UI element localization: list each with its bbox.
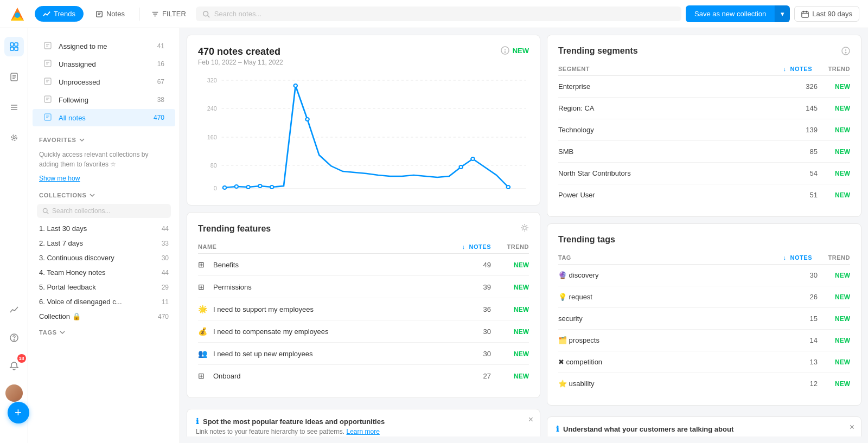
sidebar-item-unassigned[interactable]: Unassigned 16	[33, 55, 175, 73]
divider	[139, 8, 139, 21]
segment-row[interactable]: Enterprise 326 NEW	[558, 76, 850, 98]
sparkle-icon-btn[interactable]	[4, 128, 24, 147]
note-icon-btn[interactable]	[4, 67, 24, 87]
feature-row-count: 39	[448, 283, 491, 291]
save-collection-button[interactable]: Save as new collection	[686, 5, 775, 22]
tag-row[interactable]: 💡 request 26 NEW	[558, 286, 850, 308]
collections-label: COLLECTIONS	[39, 192, 87, 198]
toast-tags-link[interactable]: Learn more	[705, 435, 738, 436]
svg-point-29	[14, 339, 14, 340]
feature-row[interactable]: 🌟 I need to support my employees 36 NEW	[198, 298, 529, 320]
list-icon-btn[interactable]	[4, 98, 24, 117]
svg-point-67	[459, 165, 463, 169]
feature-row[interactable]: ⊞ Onboard 27 NEW	[198, 365, 529, 387]
notification-badge-wrapper: 18	[4, 356, 24, 376]
col-notes-header[interactable]: ↓ NOTES	[448, 243, 491, 250]
segment-row[interactable]: SMB 85 NEW	[558, 141, 850, 163]
feature-row-name: I need to support my employees	[213, 305, 448, 313]
tag-row[interactable]: 🗂️ prospects 14 NEW	[558, 330, 850, 351]
feature-row[interactable]: 👥 I need to set up new employees 30 NEW	[198, 343, 529, 365]
collection-item[interactable]: 5. Portal feedback29	[28, 280, 180, 294]
col-tag-trend-header: TREND	[812, 254, 850, 261]
segment-row-trend: NEW	[818, 126, 850, 134]
toast-features-body-text: Link notes to your feature hierarchy to …	[196, 428, 344, 435]
feature-row-icon: ⊞	[198, 281, 209, 292]
feature-row-trend: NEW	[491, 305, 529, 313]
feature-row-count: 30	[448, 328, 491, 336]
save-dropdown-arrow[interactable]: ▾	[775, 5, 790, 22]
segment-row-name: North Star Contributors	[558, 169, 774, 177]
all-notes-label: All notes	[59, 114, 154, 122]
col-segment-trend-header: TREND	[812, 66, 850, 72]
collection-item-count: 29	[162, 284, 169, 291]
svg-rect-30	[44, 42, 51, 49]
collection-item[interactable]: Collection 🔒470	[28, 309, 180, 324]
show-me-how-link[interactable]: Show me how	[28, 174, 180, 187]
sidebar-item-unprocessed[interactable]: Unprocessed 67	[33, 73, 175, 91]
sidebar-item-following[interactable]: Following 38	[33, 91, 175, 108]
question-icon-btn[interactable]	[4, 328, 24, 348]
collection-item[interactable]: 6. Voice of disengaged c...11	[28, 294, 180, 309]
gear-icon[interactable]	[520, 223, 529, 234]
sidebar-item-assigned[interactable]: Assigned to me 41	[33, 37, 175, 55]
notes-tab[interactable]: Notes	[88, 7, 132, 21]
collection-item-count: 30	[162, 254, 169, 262]
toast-close-tags[interactable]: ×	[850, 422, 854, 432]
collection-item[interactable]: 3. Continuous discovery30	[28, 251, 180, 265]
tag-row[interactable]: ⭐ usability 12 NEW	[558, 373, 850, 394]
feature-row[interactable]: ⊞ Permissions 39 NEW	[198, 276, 529, 298]
tags-section-header[interactable]: TAGS	[28, 324, 180, 338]
feature-row-count: 27	[448, 372, 491, 380]
collection-item-count: 44	[162, 225, 169, 233]
col-segment-notes-header[interactable]: ↓ NOTES	[769, 66, 812, 72]
filter-button[interactable]: FILTER	[146, 7, 192, 21]
board-icon-btn[interactable]	[4, 37, 24, 56]
segment-row-count: 51	[774, 191, 818, 199]
svg-point-27	[13, 137, 15, 139]
svg-point-68	[471, 157, 475, 160]
svg-point-70	[523, 226, 526, 229]
col-tag-notes-header[interactable]: ↓ NOTES	[769, 254, 812, 261]
analytics-icon-btn[interactable]	[4, 300, 24, 319]
feature-row-icon: 💰	[198, 326, 209, 337]
feature-row[interactable]: 💰 I need to compensate my employees 30 N…	[198, 320, 529, 343]
sidebar-item-all-notes[interactable]: All notes 470	[33, 109, 175, 126]
segment-row[interactable]: North Star Contributors 54 NEW	[558, 163, 850, 184]
search-placeholder: Search notes...	[214, 10, 261, 18]
search-bar[interactable]: Search notes...	[196, 7, 681, 21]
collection-item[interactable]: 4. Team Honey notes44	[28, 265, 180, 280]
svg-rect-11	[802, 11, 808, 17]
segments-rows: Enterprise 326 NEW Region: CA 145 NEW Te…	[558, 76, 850, 206]
trends-tab[interactable]: Trends	[35, 6, 84, 22]
col-tag-header: TAG	[558, 254, 769, 261]
tags-label: TAGS	[39, 329, 57, 336]
collections-section-header[interactable]: COLLECTIONS	[28, 187, 180, 201]
tag-row[interactable]: ✖ competition 13 NEW	[558, 351, 850, 373]
date-range-button[interactable]: Last 90 days	[794, 6, 859, 22]
segment-row-trend: NEW	[818, 169, 850, 177]
segment-row[interactable]: Power User 51 NEW	[558, 184, 850, 206]
segments-info-icon[interactable]	[841, 47, 850, 55]
collection-search[interactable]: Search collections...	[37, 204, 171, 218]
unassigned-icon	[43, 59, 53, 69]
user-avatar[interactable]	[5, 384, 23, 402]
chart-area: 320 240 160 80 0	[198, 75, 529, 194]
favorites-section-header[interactable]: FAVORITES	[28, 131, 180, 145]
toast-close-features[interactable]: ×	[528, 415, 533, 425]
tag-row[interactable]: security 15 NEW	[558, 308, 850, 330]
fab-add-button[interactable]: +	[8, 402, 29, 423]
segment-row[interactable]: Region: CA 145 NEW	[558, 98, 850, 119]
segment-row-count: 326	[774, 82, 818, 91]
tags-rows: 🔮 discovery 30 NEW 💡 request 26 NEW secu…	[558, 265, 850, 394]
tag-row[interactable]: 🔮 discovery 30 NEW	[558, 265, 850, 286]
tag-row-trend: NEW	[818, 358, 850, 366]
feature-row[interactable]: ⊞ Benefits 49 NEW	[198, 254, 529, 276]
col-name-header: NAME	[198, 243, 448, 250]
trending-features-card: Trending features NAME ↓ NOTES TREND ⊞ B…	[187, 212, 540, 398]
collection-item[interactable]: 1. Last 30 days44	[28, 221, 180, 236]
segment-row[interactable]: Technology 139 NEW	[558, 119, 850, 141]
svg-point-45	[43, 209, 48, 213]
logo[interactable]	[9, 5, 26, 23]
collection-item[interactable]: 2. Last 7 days33	[28, 236, 180, 251]
toast-features-link[interactable]: Learn more	[347, 428, 380, 435]
